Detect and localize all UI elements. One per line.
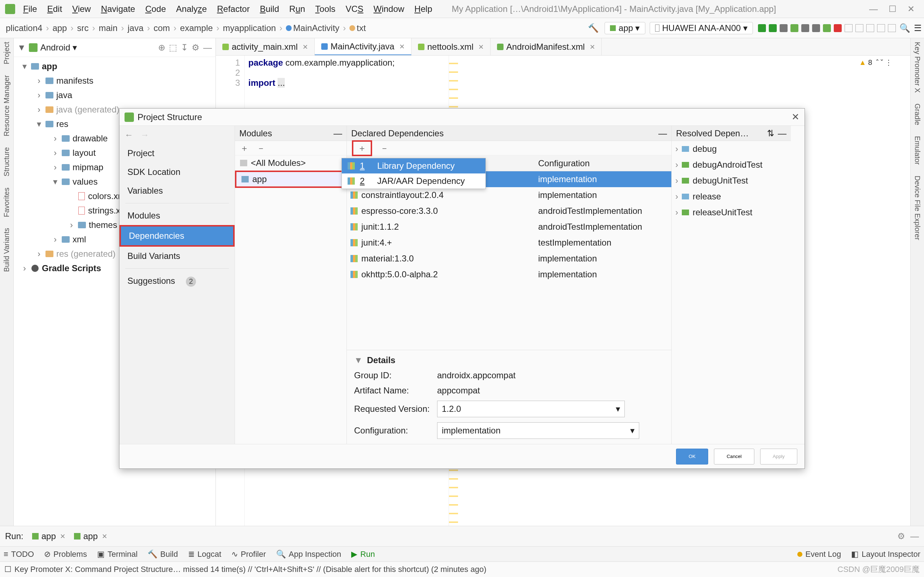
nav-suggestions[interactable]: Suggestions2: [120, 272, 234, 291]
run-tab[interactable]: app×: [32, 531, 65, 541]
minimize-icon[interactable]: ―: [869, 4, 878, 14]
nav-project[interactable]: Project: [120, 144, 234, 163]
collapse-icon[interactable]: ⬚: [169, 43, 177, 53]
menu-window[interactable]: Window: [368, 4, 409, 14]
tab-layout-inspector[interactable]: ◧ Layout Inspector: [851, 550, 921, 559]
stop-icon[interactable]: [834, 24, 842, 32]
filter-icon[interactable]: ⇅: [767, 128, 774, 139]
sdk-icon[interactable]: [855, 24, 863, 32]
close-tab-icon[interactable]: ×: [399, 42, 405, 52]
remove-dependency-icon[interactable]: －: [380, 142, 389, 154]
crumb[interactable]: myapplication: [220, 23, 280, 33]
dep-row[interactable]: espresso-core:3.3.0androidTestImplementa…: [347, 203, 671, 219]
tab-problems[interactable]: ⊘ Problems: [44, 550, 87, 559]
target-icon[interactable]: ⊕: [158, 43, 165, 53]
tab-logcat[interactable]: ≣ Logcat: [188, 550, 221, 559]
tab-activity-main[interactable]: activity_main.xml×: [216, 38, 315, 55]
dep-row[interactable]: junit:4.+testImplementation: [347, 235, 671, 251]
tab-todo[interactable]: ≡ TODO: [3, 550, 34, 559]
tab-app-inspection[interactable]: 🔍 App Inspection: [276, 550, 341, 559]
rail-resource-manager[interactable]: Resource Manager: [3, 75, 11, 136]
crumb[interactable]: example: [176, 23, 216, 33]
crumb[interactable]: app: [49, 23, 70, 33]
rail-emulator[interactable]: Emulator: [913, 136, 921, 165]
menu-navigate[interactable]: Navigate: [96, 4, 141, 14]
nav-modules[interactable]: Modules: [120, 206, 234, 225]
module-all[interactable]: <All Modules>: [235, 155, 347, 171]
resolved-row[interactable]: ›debug: [672, 141, 791, 157]
resolved-row[interactable]: ›debugAndroidTest: [672, 157, 791, 173]
nav-back-icon[interactable]: ←: [124, 130, 133, 140]
dep-list[interactable]: appcompat:1.2.0implementation constraint…: [347, 171, 671, 350]
tree-manifests[interactable]: ›manifests: [14, 74, 215, 88]
ok-button[interactable]: OK: [676, 449, 708, 464]
tab-profiler[interactable]: ∿ Profiler: [231, 550, 266, 559]
rail-favorites[interactable]: Favorites: [3, 187, 11, 217]
gear-icon[interactable]: ⚙: [897, 531, 905, 541]
tab-nettools[interactable]: nettools.xml×: [412, 38, 491, 55]
attach-icon[interactable]: [780, 24, 788, 32]
avd-icon[interactable]: [845, 24, 853, 32]
nav-sdk-location[interactable]: SDK Location: [120, 163, 234, 181]
rerun-icon[interactable]: [769, 24, 777, 32]
menu-vcs[interactable]: VCS: [340, 4, 368, 14]
rail-structure[interactable]: Structure: [3, 147, 11, 176]
sync-icon[interactable]: [866, 24, 874, 32]
crumb[interactable]: plication4: [2, 23, 46, 33]
run-icon[interactable]: [758, 24, 766, 32]
crumb[interactable]: java: [124, 23, 147, 33]
misc-icon[interactable]: [888, 24, 896, 32]
profile-icon[interactable]: [812, 24, 820, 32]
search-icon[interactable]: 🔍: [900, 23, 910, 33]
debug-icon[interactable]: [790, 24, 798, 32]
collapse-icon[interactable]: —: [778, 128, 787, 139]
cancel-button[interactable]: Cancel: [714, 449, 754, 464]
crumb[interactable]: txt: [346, 23, 369, 33]
project-mode[interactable]: Android: [40, 43, 70, 53]
tab-terminal[interactable]: ▣ Terminal: [97, 550, 137, 559]
module-app[interactable]: app: [235, 171, 347, 188]
resolved-row[interactable]: ›releaseUnitTest: [672, 205, 791, 220]
remove-module-icon[interactable]: －: [257, 142, 265, 154]
rail-key-promoter[interactable]: Key Promoter X: [913, 42, 921, 93]
hide-icon[interactable]: —: [910, 531, 919, 541]
add-dependency-icon[interactable]: ＋: [352, 140, 372, 156]
dep-row[interactable]: material:1.3.0implementation: [347, 251, 671, 266]
menu-build[interactable]: Build: [255, 4, 284, 14]
tree-java[interactable]: ›java: [14, 88, 215, 102]
misc-icon[interactable]: [877, 24, 885, 32]
crumb[interactable]: main: [95, 23, 121, 33]
dep-row[interactable]: junit:1.1.2androidTestImplementation: [347, 219, 671, 235]
run-tab[interactable]: app×: [74, 531, 107, 541]
tab-run[interactable]: ▶ Run: [351, 550, 375, 559]
collapse-icon[interactable]: —: [333, 128, 342, 139]
nav-build-variants[interactable]: Build Variants: [120, 247, 234, 266]
close-tab-icon[interactable]: ×: [478, 42, 484, 52]
maximize-icon[interactable]: ☐: [888, 4, 897, 14]
menu-view[interactable]: View: [67, 4, 96, 14]
hammer-icon[interactable]: 🔨: [588, 23, 599, 33]
menu-edit[interactable]: Edit: [42, 4, 67, 14]
menu-help[interactable]: Help: [409, 4, 437, 14]
bug-icon[interactable]: [823, 24, 831, 32]
settings-icon[interactable]: ☰: [914, 23, 922, 33]
close-tab-icon[interactable]: ×: [590, 42, 595, 52]
menu-code[interactable]: Code: [140, 4, 171, 14]
close-tab-icon[interactable]: ×: [303, 42, 308, 52]
sort-icon[interactable]: ↧: [181, 43, 188, 53]
configuration-combo[interactable]: implementation▾: [437, 422, 639, 439]
requested-version-combo[interactable]: 1.2.0▾: [437, 401, 625, 417]
crumb[interactable]: src: [73, 23, 92, 33]
tab-manifest[interactable]: AndroidManifest.xml×: [491, 38, 602, 55]
run-config-combo[interactable]: app ▾: [604, 22, 645, 34]
crumb[interactable]: MainActivity: [282, 23, 343, 33]
menu-refactor[interactable]: Refactor: [212, 4, 255, 14]
tab-event-log[interactable]: Event Log: [797, 550, 841, 559]
resolved-row[interactable]: ›debugUnitTest: [672, 173, 791, 189]
menu-analyze[interactable]: Analyze: [171, 4, 212, 14]
tab-build[interactable]: 🔨 Build: [148, 550, 178, 559]
popup-library-dependency[interactable]: 1 Library Dependency: [342, 158, 485, 174]
nav-variables[interactable]: Variables: [120, 181, 234, 200]
menu-tools[interactable]: Tools: [310, 4, 340, 14]
tree-app[interactable]: ▾app: [14, 59, 215, 74]
